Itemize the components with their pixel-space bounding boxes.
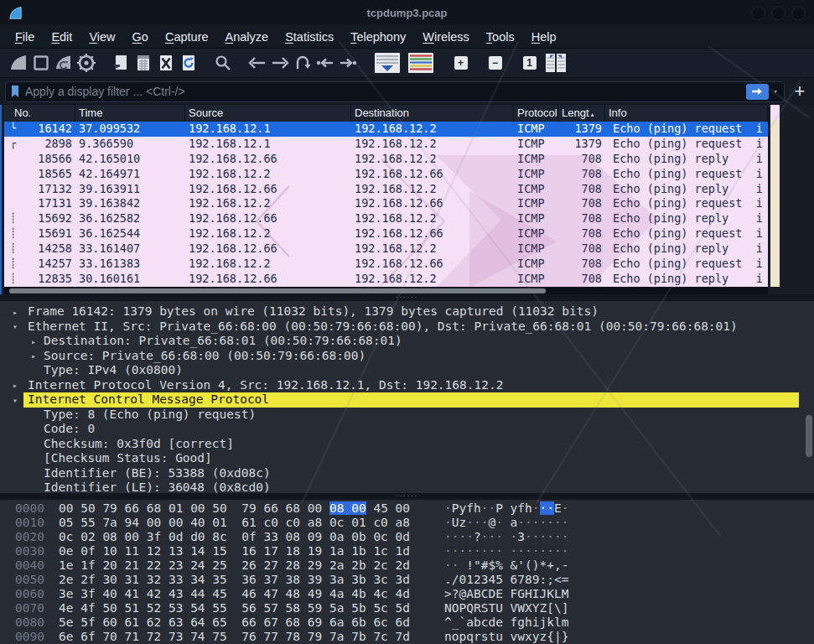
hex-row[interactable]: 00603e 3f 40 41 42 43 44 45 46 47 48 49 … xyxy=(0,587,814,601)
packet-row[interactable]: ┊1569236.162582192.168.12.66192.168.12.2… xyxy=(4,211,768,226)
packet-row[interactable]: 1856642.165010192.168.12.66192.168.12.2I… xyxy=(4,152,768,167)
column-header-source[interactable]: Source xyxy=(185,105,351,122)
hex-row[interactable]: 00906e 6f 70 71 72 73 74 75 76 77 78 79 … xyxy=(0,630,814,644)
capture-options-gear-icon[interactable] xyxy=(75,52,97,75)
hex-ascii: ^_`abcde fghijklm xyxy=(444,615,568,630)
packet-row[interactable]: ┌28989.366590192.168.12.1192.168.12.2ICM… xyxy=(4,137,768,152)
hex-offset: 0020 xyxy=(15,530,44,544)
last-packet-icon[interactable] xyxy=(336,52,359,75)
column-header-destination[interactable]: Destination xyxy=(351,105,514,122)
column-header-info[interactable]: Info xyxy=(605,105,768,122)
packet-list-hscrollbar[interactable] xyxy=(4,287,768,294)
stop-capture-icon[interactable] xyxy=(29,52,52,75)
hex-row[interactable]: 00704e 4f 50 51 52 53 54 55 56 57 58 59 … xyxy=(0,601,814,615)
restart-capture-icon[interactable] xyxy=(52,52,75,75)
hex-bytes: 3e 3f 40 41 42 43 44 45 46 47 48 49 4a 4… xyxy=(59,587,410,601)
hex-row[interactable]: 00300e 0f 10 11 12 13 14 15 16 17 18 19 … xyxy=(0,544,814,558)
details-line[interactable]: Type: 8 (Echo (ping) request) xyxy=(0,408,814,423)
menu-wireless[interactable]: Wireless xyxy=(414,28,478,46)
details-line[interactable]: Type: IPv4 (0x0800) xyxy=(0,363,814,378)
collapsed-arrow-icon[interactable]: ▸ xyxy=(31,349,36,364)
details-line[interactable]: Identifier (BE): 53388 (0xd08c) xyxy=(0,466,814,481)
packet-list-scrollbar-minimap[interactable] xyxy=(770,105,780,287)
add-filter-button-plus-icon[interactable]: + xyxy=(792,80,807,102)
details-scrollbar-thumb[interactable] xyxy=(806,415,812,457)
column-header-protocol[interactable]: Protocol xyxy=(514,105,558,122)
packet-row[interactable]: ┊1569136.162544192.168.12.2192.168.12.66… xyxy=(4,226,768,242)
cell-len: 1379 xyxy=(558,122,605,137)
zoom-original-icon[interactable]: 1 xyxy=(518,52,541,75)
packet-row[interactable]: 1713239.163911192.168.12.66192.168.12.2I… xyxy=(4,182,768,197)
menu-telephony[interactable]: Telephony xyxy=(342,28,414,46)
pane-splitter-bottom[interactable]: ······ xyxy=(0,493,814,500)
details-line[interactable]: [Checksum Status: Good] xyxy=(0,451,814,466)
pane-splitter-top[interactable]: ······ xyxy=(0,294,814,301)
hex-offset: 0040 xyxy=(15,558,44,573)
go-to-packet-icon[interactable] xyxy=(291,52,314,75)
details-line[interactable]: Checksum: 0x3f0d [correct] xyxy=(0,437,814,452)
find-packet-icon[interactable] xyxy=(211,52,234,75)
go-forward-icon[interactable] xyxy=(268,52,291,75)
cell-time: 42.164971 xyxy=(75,167,185,182)
menu-statistics[interactable]: Statistics xyxy=(277,28,342,46)
column-header-time[interactable]: Time xyxy=(75,105,185,122)
details-text: Internet Protocol Version 4, Src: 192.16… xyxy=(28,378,503,392)
collapsed-arrow-icon[interactable]: ▸ xyxy=(31,335,36,350)
menu-tools[interactable]: Tools xyxy=(478,28,523,46)
reload-file-icon[interactable] xyxy=(177,52,200,75)
packet-row[interactable]: 1856542.164971192.168.12.2192.168.12.66I… xyxy=(4,167,768,182)
zoom-in-icon[interactable]: + xyxy=(449,52,472,75)
packet-row[interactable]: ┊1283530.160161192.168.12.66192.168.12.2… xyxy=(4,272,768,287)
cell-no: 2898 xyxy=(26,137,75,152)
hex-row[interactable]: 00200c 02 08 00 3f 0d d0 8c 0f 33 08 09 … xyxy=(0,530,814,544)
packet-row[interactable]: └1614237.099532192.168.12.1192.168.12.2I… xyxy=(4,122,768,137)
menu-go[interactable]: Go xyxy=(124,28,157,46)
menu-help[interactable]: Help xyxy=(523,28,565,46)
go-back-icon[interactable] xyxy=(246,52,268,75)
hscrollbar-thumb[interactable] xyxy=(9,288,546,293)
menu-view[interactable]: View xyxy=(80,28,123,46)
filter-bookmark-icon[interactable] xyxy=(10,85,20,98)
details-line[interactable]: Code: 0 xyxy=(0,422,814,437)
menu-file[interactable]: File xyxy=(7,28,43,46)
first-packet-icon[interactable] xyxy=(314,52,336,75)
resize-columns-icon[interactable] xyxy=(541,52,571,75)
details-line[interactable]: ▸Destination: Private_66:68:01 (00:50:79… xyxy=(0,334,814,349)
column-header-lengt[interactable]: Lengt▴ xyxy=(558,105,605,122)
start-capture-fin-icon[interactable] xyxy=(7,52,29,75)
close-file-icon[interactable] xyxy=(154,52,177,75)
hex-row[interactable]: 000000 50 79 66 68 01 00 50 79 66 68 00 … xyxy=(0,501,814,516)
packet-row[interactable]: ┊1425833.161407192.168.12.66192.168.12.2… xyxy=(4,242,768,257)
cell-rel: ┌ xyxy=(4,137,26,152)
packet-row[interactable]: ┊1425733.161383192.168.12.2192.168.12.66… xyxy=(4,257,768,272)
apply-filter-button[interactable] xyxy=(746,84,769,100)
display-filter-input[interactable]: Apply a display filter ... <Ctrl-/> ▾ xyxy=(5,81,785,102)
hex-row[interactable]: 00805e 5f 60 61 62 63 64 65 66 67 68 69 … xyxy=(0,615,814,630)
cell-info: Echo (ping) request i xyxy=(605,167,768,182)
menu-capture[interactable]: Capture xyxy=(157,28,217,46)
details-line[interactable]: Identifier (LE): 36048 (0x8cd0) xyxy=(0,480,814,493)
filter-dropdown-caret-icon[interactable]: ▾ xyxy=(774,87,778,96)
expanded-arrow-icon[interactable]: ▾ xyxy=(13,319,18,335)
zoom-out-icon[interactable]: − xyxy=(484,52,506,75)
details-line-selected[interactable]: ▾Internet Control Message Protocol xyxy=(0,392,814,408)
hex-row[interactable]: 00502e 2f 30 31 32 33 34 35 36 37 38 39 … xyxy=(0,573,814,587)
hex-row[interactable]: 001005 55 7a 94 00 00 40 01 61 c0 c0 a8 … xyxy=(0,516,814,530)
details-line[interactable]: ▸Source: Private_66:68:00 (00:50:79:66:6… xyxy=(0,349,814,364)
save-file-icon[interactable] xyxy=(132,52,154,75)
collapsed-arrow-icon[interactable]: ▸ xyxy=(13,305,18,320)
details-line[interactable]: ▸Internet Protocol Version 4, Src: 192.1… xyxy=(0,378,814,393)
menu-edit[interactable]: Edit xyxy=(43,28,80,46)
collapsed-arrow-icon[interactable]: ▸ xyxy=(13,378,18,393)
details-line[interactable]: ▾Ethernet II, Src: Private_66:68:00 (00:… xyxy=(0,319,814,335)
auto-scroll-icon[interactable] xyxy=(371,52,404,75)
column-header-no[interactable]: No. xyxy=(4,105,75,122)
packet-row[interactable]: 1713139.163842192.168.12.2192.168.12.66I… xyxy=(4,196,768,211)
details-line[interactable]: ▸Frame 16142: 1379 bytes on wire (11032 … xyxy=(0,304,814,319)
open-file-icon[interactable] xyxy=(109,52,132,75)
expanded-arrow-icon[interactable]: ▾ xyxy=(13,393,18,408)
menu-analyze[interactable]: Analyze xyxy=(217,28,277,46)
hex-row[interactable]: 00401e 1f 20 21 22 23 24 25 26 27 28 29 … xyxy=(0,558,814,573)
cell-time: 33.161407 xyxy=(75,242,185,257)
colorize-packets-icon[interactable] xyxy=(404,52,438,75)
